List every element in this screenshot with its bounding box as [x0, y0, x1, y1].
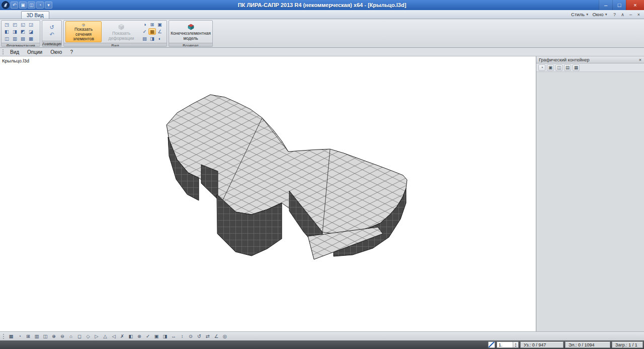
show-sections-label: Показать сечения элементов	[66, 27, 101, 42]
bottom-tool-icon[interactable]: ✓	[144, 333, 152, 340]
bottom-tool-icon[interactable]: ◨	[161, 333, 169, 340]
qat-icon[interactable]: ◔	[36, 2, 44, 9]
menu-item[interactable]: Опции	[23, 49, 46, 55]
menu-item[interactable]: Окно	[46, 49, 66, 55]
bottom-tool-icon[interactable]: ⊖	[58, 333, 66, 340]
bottom-tool-icon[interactable]: ◻	[75, 333, 84, 340]
fragmentation-body: ◳◰◱◲◧◨◩◪◫▥▤▦	[2, 21, 40, 43]
statusbar: 1. ▴ ▾ Уз.: 0 / 947 Эл.: 0 / 1094 Загр.:…	[0, 340, 644, 349]
qat-icon[interactable]: ↶	[11, 2, 18, 9]
container-tool-icon[interactable]: ▦	[573, 64, 580, 71]
fragmentation-tool-icon[interactable]: ◰	[11, 21, 19, 28]
bottom-tool-icon[interactable]: ◫	[41, 333, 49, 340]
view-tool-icon[interactable]: ⊞	[148, 21, 156, 28]
bottom-tool-icon[interactable]: ▥	[33, 333, 41, 340]
fragmentation-tool-icon[interactable]: ▥	[11, 35, 19, 42]
bottom-tool-icon[interactable]: ⌂	[67, 333, 75, 340]
main-area: Крыльцо.l3d	[0, 56, 644, 331]
bottom-tool-icon[interactable]: ▷	[93, 333, 101, 340]
fe-model-button[interactable]: Конечноэлементная модель	[171, 21, 211, 42]
bottom-tool-icon[interactable]: △	[101, 333, 109, 340]
titlebar: ↶▣◫◔▾ ПК ЛИРА-САПР 2013 R4 (некоммерческ…	[0, 0, 644, 10]
menu-item[interactable]: Вид	[6, 49, 23, 55]
edit-icon[interactable]	[488, 341, 495, 348]
animation-tool-icon[interactable]: ↺	[48, 24, 56, 31]
tabrow-icon-strip: ?∧–×	[611, 11, 642, 18]
container-tool-icon[interactable]: ▣	[547, 64, 554, 71]
bottom-tool-icon[interactable]: ◎	[221, 333, 229, 340]
bottom-tool-icon[interactable]: ⊙	[187, 333, 195, 340]
view-tool-icon[interactable]: ▦	[148, 28, 156, 35]
tabrow-icon[interactable]: –	[627, 11, 634, 18]
bottom-tool-icon[interactable]: ◧	[127, 333, 135, 340]
view-tool-icon[interactable]: ◨	[148, 35, 156, 42]
view-tool-icon[interactable]: ∠	[156, 28, 164, 35]
restore-button[interactable]: □	[612, 0, 626, 10]
container-tool-icon[interactable]: ▤	[564, 64, 571, 71]
menubar: ВидОпцииОкно?	[0, 48, 644, 56]
chevron-down-icon: ▼	[605, 13, 608, 16]
fragmentation-tool-icon[interactable]: ▦	[27, 35, 35, 42]
minimize-button[interactable]: –	[599, 0, 612, 10]
bottom-tool-icon[interactable]: ⊗	[135, 333, 143, 340]
tab-3d-view[interactable]: 3D Вид	[21, 11, 49, 19]
fragmentation-tool-icon[interactable]: ◨	[11, 28, 19, 35]
panel-close-icon[interactable]: ×	[639, 57, 641, 62]
bottom-tool-icon[interactable]: ↔	[170, 333, 178, 340]
menu-item[interactable]: ?	[66, 49, 77, 55]
fragmentation-tool-icon[interactable]: ◲	[27, 21, 35, 28]
container-tool-icon[interactable]: ◔	[538, 64, 545, 71]
bottom-tool-icon[interactable]: ⊞	[24, 333, 32, 340]
bottom-tool-icon[interactable]: ✗	[118, 333, 126, 340]
fe-model-view[interactable]	[0, 56, 536, 331]
fe-model-label: Конечноэлементная модель	[171, 31, 211, 41]
show-deformations-button[interactable]: Показать деформации	[103, 21, 139, 42]
fragmentation-tool-icon[interactable]: ◧	[3, 28, 11, 35]
model-canvas[interactable]: Крыльцо.l3d	[0, 56, 536, 331]
fragmentation-tool-icon[interactable]: ◪	[27, 28, 35, 35]
fragmentation-tool-icon[interactable]: ◳	[3, 21, 11, 28]
toolbar-grip[interactable]	[3, 334, 4, 339]
qat-icon[interactable]: ◫	[28, 2, 35, 9]
fragmentation-icon-grid: ◳◰◱◲◧◨◩◪◫▥▤▦	[3, 21, 35, 42]
graphic-container-toolbar: ◔▣◫▤▦	[536, 63, 644, 72]
spin-down-icon[interactable]: ▾	[515, 345, 517, 347]
bottom-tool-icon[interactable]: ◔	[16, 333, 24, 340]
tabrow-icon[interactable]: ∧	[619, 11, 626, 18]
view-tool-icon[interactable]: ▣	[156, 21, 164, 28]
view-tool-icon[interactable]: ◐	[156, 35, 164, 42]
bottom-tool-icon[interactable]: ⇄	[204, 333, 212, 340]
container-tool-icon[interactable]: ◫	[555, 64, 562, 71]
tabrow-icon[interactable]: ×	[635, 11, 642, 18]
fragmentation-tool-icon[interactable]: ◫	[3, 35, 11, 42]
view-tool-icon[interactable]: ◑	[141, 21, 148, 28]
ribbon-group-return: Конечноэлементная модель Возврат	[169, 20, 213, 47]
bottom-tool-icon[interactable]: ∠	[212, 333, 220, 340]
bottom-tool-icon[interactable]: ◁	[110, 333, 118, 340]
toolbar-grip[interactable]	[3, 49, 4, 54]
app-logo-icon[interactable]	[2, 1, 10, 9]
bottom-tool-icon[interactable]: ◇	[84, 333, 92, 340]
view-tool-icon[interactable]: ✓	[141, 28, 148, 35]
qat-icon[interactable]: ▣	[19, 2, 27, 9]
close-button[interactable]: ×	[626, 0, 644, 10]
qat-icon[interactable]: ▾	[45, 2, 52, 9]
load-case-selector[interactable]: 1. ▴ ▾	[497, 341, 519, 348]
group-label-animation: Анимация	[42, 41, 61, 46]
style-menu[interactable]: Стиль ▼	[571, 12, 589, 17]
fragmentation-tool-icon[interactable]: ◩	[19, 28, 27, 35]
bottom-tool-icon[interactable]: ▦	[7, 333, 15, 340]
view-tool-icon[interactable]: ▤	[141, 35, 148, 42]
window-menu[interactable]: Окно ▼	[592, 12, 608, 17]
tabrow-icon[interactable]: ?	[611, 11, 618, 18]
bottom-tool-icon[interactable]: ↺	[195, 333, 203, 340]
spinner-control[interactable]: ▴ ▾	[513, 342, 518, 347]
bottom-tool-icon[interactable]: ▣	[152, 333, 160, 340]
bottom-tool-icon[interactable]: ↕	[178, 333, 186, 340]
animation-tool-icon[interactable]: ↶	[48, 31, 56, 38]
ribbon-group-animation: ↺↶ Анимация	[42, 20, 62, 47]
fragmentation-tool-icon[interactable]: ◱	[19, 21, 27, 28]
show-sections-button[interactable]: Показать сечения элементов	[65, 21, 102, 42]
bottom-tool-icon[interactable]: ⊕	[50, 333, 58, 340]
fragmentation-tool-icon[interactable]: ▤	[19, 35, 27, 42]
